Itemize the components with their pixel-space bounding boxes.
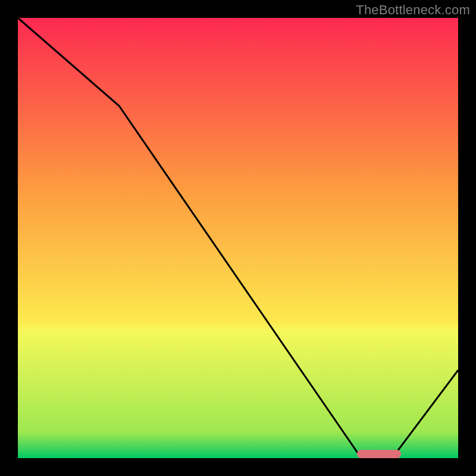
- chart-wrapper: TheBottleneck.com: [0, 0, 476, 476]
- watermark-text: TheBottleneck.com: [356, 2, 470, 18]
- curve-path: [18, 18, 458, 458]
- line-chart: [18, 18, 458, 458]
- optimal-range-marker: [357, 450, 401, 458]
